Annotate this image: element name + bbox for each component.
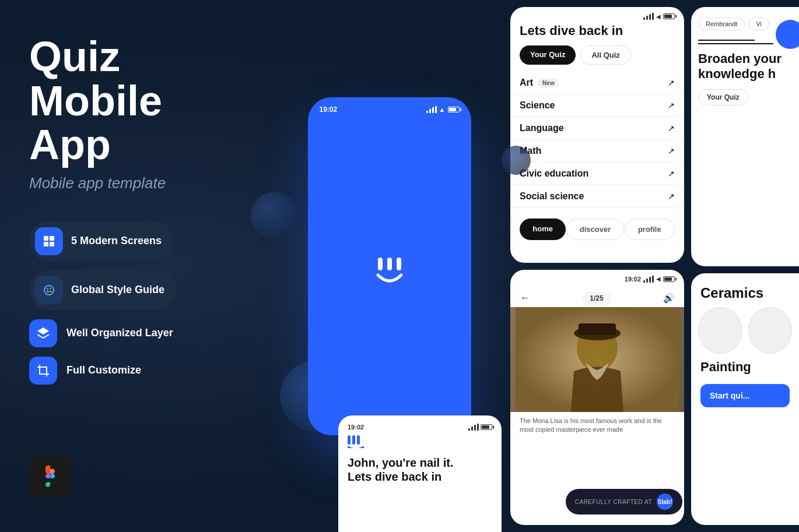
- svg-rect-17: [348, 435, 351, 445]
- arrow-social: ↗: [668, 192, 675, 201]
- quiz-tabs: Your Quiz All Quiz: [510, 41, 684, 69]
- far-bottom-screen: Ceramics Painting Start qui...: [691, 273, 799, 526]
- second-phone-status: 19:02: [348, 424, 492, 435]
- new-badge: New: [538, 79, 559, 87]
- tag-rembrandt[interactable]: Rembrandt: [698, 17, 745, 30]
- question-screen-time: 19:02: [621, 276, 641, 283]
- svg-rect-3: [50, 242, 54, 246]
- deco-circle-1: [698, 307, 742, 354]
- wifi-icon-top: ◀: [656, 13, 661, 20]
- screen-status-bar-bottom: 19:02 ◀: [510, 270, 684, 286]
- title-line1: Quiz: [29, 33, 120, 80]
- feature-item-style-guide: Global Style Guide: [29, 270, 239, 310]
- back-button[interactable]: ←: [520, 292, 530, 304]
- svg-point-7: [50, 290, 52, 292]
- svg-point-6: [50, 287, 51, 289]
- screen-status-bar-top: ◀: [510, 7, 684, 23]
- feature-list: 5 Modern Screens Global Style Guide Well…: [29, 221, 239, 385]
- slab-logo: Slab!: [657, 494, 673, 510]
- question-image: [510, 307, 684, 412]
- grid-icon: [35, 227, 63, 255]
- right-panels: ◀ Lets dive back in Your Quiz All Quiz: [510, 0, 691, 532]
- bottom-nav: home discover profile: [510, 213, 684, 247]
- signal-icon: [426, 106, 437, 113]
- category-math[interactable]: Math ↗: [510, 140, 684, 163]
- svg-point-4: [44, 286, 54, 295]
- category-social-science[interactable]: Social science ↗: [510, 185, 684, 208]
- arrow-art: ↗: [668, 78, 675, 87]
- phone-status-bar: 19:02 ▲: [308, 105, 471, 114]
- wifi-icon: ▲: [439, 106, 446, 113]
- layers-icon: [29, 319, 57, 347]
- feature-item-organized-layer: Well Organized Layer: [29, 319, 239, 347]
- arrow-language: ↗: [668, 124, 675, 133]
- nav-profile[interactable]: profile: [625, 219, 675, 240]
- greeting-text: Lets dive back in: [510, 23, 684, 41]
- category-civic[interactable]: Civic education ↗: [510, 163, 684, 185]
- svg-rect-18: [352, 435, 355, 445]
- arrow-math: ↗: [668, 146, 675, 156]
- category-language[interactable]: Language ↗: [510, 117, 684, 140]
- feature-label-screens: 5 Modern Screens: [71, 235, 162, 247]
- signal-icon-2nd: [468, 424, 479, 431]
- center-phone: 19:02 ▲: [308, 97, 471, 435]
- crop-icon: [29, 357, 57, 385]
- broaden-title: Broaden yourknowledge h: [698, 51, 792, 82]
- ceramics-label: Ceramics: [691, 273, 799, 307]
- circle-decorations: [691, 307, 799, 354]
- question-screen: 19:02 ◀ ← 1/25 🔊: [510, 270, 684, 526]
- page-title: Quiz Mobile App Mobile app template: [29, 35, 239, 221]
- svg-rect-16: [579, 323, 616, 335]
- tag-vi[interactable]: Vi: [748, 17, 769, 30]
- question-progress: ← 1/25 🔊: [510, 286, 684, 307]
- status-icons: ▲: [426, 106, 460, 113]
- tab-all-quiz[interactable]: All Quiz: [580, 45, 630, 65]
- nav-home[interactable]: home: [520, 219, 566, 240]
- svg-point-8: [47, 291, 49, 293]
- arrow-civic: ↗: [668, 169, 675, 178]
- deco-circle-2: [748, 307, 793, 354]
- category-list: Art New ↗ Science ↗ Language ↗ Math ↗: [510, 69, 684, 210]
- crafted-badge: CAREFULLY CRAFTED AT Slab!: [566, 489, 682, 515]
- battery-icon-q: [663, 276, 675, 282]
- tab-your-quiz[interactable]: Your Quiz: [520, 45, 576, 65]
- title-line2: Mobile App: [29, 77, 162, 168]
- svg-rect-12: [397, 258, 401, 270]
- question-description: The Mona Lisa is his most famous work an…: [510, 412, 684, 439]
- signal-icon-q: [643, 276, 654, 283]
- svg-rect-0: [44, 236, 48, 241]
- category-science[interactable]: Science ↗: [510, 94, 684, 117]
- second-phone-text: John, you're nail it. Lets dive back in: [348, 456, 492, 484]
- subtitle: Mobile app template: [29, 174, 239, 192]
- start-quiz-button[interactable]: Start qui...: [700, 384, 790, 407]
- quiz-list-screen: ◀ Lets dive back in Your Quiz All Quiz: [510, 7, 684, 263]
- far-right-panels: Rembrandt Vi Broaden yourknowledge h: [691, 0, 799, 532]
- audio-button[interactable]: 🔊: [663, 293, 675, 304]
- bottom-second-phone: 19:02 John, you're nail it. Lets dive ba…: [338, 415, 502, 532]
- feature-label-style: Global Style Guide: [71, 284, 164, 296]
- progress-counter: 1/25: [581, 292, 611, 305]
- svg-point-5: [47, 288, 48, 290]
- battery-icon-top: [663, 13, 675, 19]
- category-art[interactable]: Art New ↗: [510, 72, 684, 94]
- svg-marker-9: [37, 327, 49, 334]
- svg-rect-2: [44, 242, 48, 246]
- palette-icon: [35, 276, 63, 304]
- app-logo-small: [348, 435, 492, 451]
- arrow-science: ↗: [668, 101, 675, 110]
- battery-icon: [448, 107, 460, 112]
- crafted-text: CAREFULLY CRAFTED AT: [575, 499, 652, 505]
- nav-discover[interactable]: discover: [566, 219, 624, 240]
- page-wrapper: Quiz Mobile App Mobile app template 5 Mo…: [0, 0, 799, 532]
- painting-label: Painting: [691, 354, 799, 380]
- svg-rect-19: [357, 435, 360, 445]
- your-quiz-pill[interactable]: Your Quiz: [698, 89, 748, 105]
- smiley-icon: [366, 243, 413, 290]
- signal-icon-top: [643, 13, 654, 20]
- figma-logo: [29, 455, 71, 497]
- svg-rect-11: [387, 258, 392, 270]
- svg-rect-10: [378, 258, 383, 270]
- left-panel: Quiz Mobile App Mobile app template 5 Mo…: [0, 0, 268, 532]
- feature-label-customize: Full Customize: [66, 364, 141, 376]
- phone-time: 19:02: [320, 105, 338, 114]
